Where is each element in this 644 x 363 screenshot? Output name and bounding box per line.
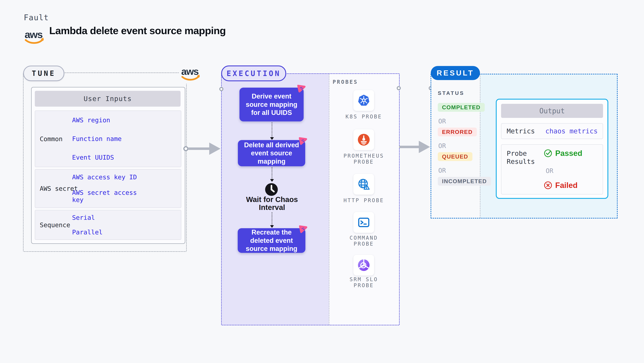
arrow-execution-to-result-icon <box>398 139 431 155</box>
k8s-probe-card <box>354 90 374 111</box>
http-globe-icon <box>357 178 370 191</box>
prometheus-icon <box>357 133 370 146</box>
input-link-secret-access-key[interactable]: AWS secret access key <box>72 189 142 204</box>
failed-label: Failed <box>555 181 578 190</box>
probe-label: SRM SLO PROBE <box>342 276 386 288</box>
step-label: Delete all derived event source mapping <box>240 141 303 165</box>
probe-label: K8S PROBE <box>342 114 386 120</box>
metrics-label: Metrics <box>507 127 545 135</box>
table-row-common: Common AWS region Function name Event UU… <box>35 111 181 167</box>
pin-icon <box>298 225 308 235</box>
step-derive-event-source-mapping: Derive event source mapping for all UUID… <box>240 88 304 121</box>
passed-result: Passed <box>544 149 582 158</box>
clock-icon <box>264 183 278 197</box>
table-row-sequence: Sequence Serial Parallel <box>35 210 181 240</box>
input-link-aws-region[interactable]: AWS region <box>72 117 146 124</box>
terminal-icon <box>357 216 370 229</box>
flow-arrowhead-icon <box>270 137 274 140</box>
execution-badge: EXECUTION <box>221 66 286 81</box>
srm-slo-probe-card <box>354 255 374 275</box>
flow-connector <box>272 123 272 137</box>
step-label: Recreate the deleted event source mappin… <box>240 228 303 253</box>
status-badge-queued: QUEUED <box>438 152 472 161</box>
passed-label: Passed <box>555 149 582 158</box>
probe-results-row: Probe Results Passed OR Failed <box>501 144 603 194</box>
status-title: STATUS <box>438 90 464 96</box>
input-link-serial[interactable]: Serial <box>72 214 146 221</box>
connector-dot <box>396 86 401 91</box>
prometheus-probe-card <box>354 129 374 150</box>
step-label: Derive event source mapping for all UUID… <box>242 92 301 117</box>
tune-badge: TUNE <box>23 66 64 81</box>
probe-results-label: Probe Results <box>507 150 544 166</box>
row-values: Serial Parallel <box>72 210 146 239</box>
row-label: Common <box>40 111 62 167</box>
row-values: AWS region Function name Event UUIDS <box>72 111 146 167</box>
arrow-tune-to-execution-icon <box>183 141 222 157</box>
check-circle-icon <box>544 149 552 158</box>
pin-icon <box>296 84 306 94</box>
flow-connector <box>272 167 272 179</box>
output-header: Output <box>501 104 603 118</box>
status-badge-completed: COMPLETED <box>438 103 485 112</box>
or-separator: OR <box>546 167 553 174</box>
step-delete-event-source-mapping: Delete all derived event source mapping <box>238 140 305 166</box>
row-label: Sequence <box>40 210 70 239</box>
metrics-row: Metrics chaos metrics <box>501 123 603 139</box>
step-recreate-event-source-mapping: Recreate the deleted event source mappin… <box>238 228 306 253</box>
table-row-aws-secret: AWS secret AWS access key ID AWS secret … <box>35 169 181 208</box>
status-badge-incompleted: INCOMPLETED <box>438 177 491 186</box>
probe-label: PROMETHEUS PROBE <box>342 153 386 165</box>
failed-result: Failed <box>544 181 578 190</box>
svg-text:aws: aws <box>181 66 198 77</box>
command-probe-card <box>354 212 374 233</box>
or-separator: OR <box>438 118 446 125</box>
wait-for-chaos-interval-label: Wait for Chaos Interval <box>246 196 298 211</box>
or-separator: OR <box>438 142 446 149</box>
input-link-access-key-id[interactable]: AWS access key ID <box>72 173 142 181</box>
input-link-event-uuids[interactable]: Event UUIDS <box>72 154 146 161</box>
aws-logo-icon: aws <box>24 28 45 46</box>
status-badge-errored: ERRORED <box>438 128 477 136</box>
or-separator: OR <box>438 167 446 174</box>
pin-icon <box>298 137 308 146</box>
input-link-parallel[interactable]: Parallel <box>72 229 146 236</box>
result-badge: RESULT <box>431 66 480 80</box>
input-link-function-name[interactable]: Function name <box>72 135 146 142</box>
svg-text:aws: aws <box>24 29 42 40</box>
chaos-metrics-link[interactable]: chaos metrics <box>545 127 598 135</box>
probe-label: COMMAND PROBE <box>342 235 386 247</box>
probe-label: HTTP PROBE <box>342 197 386 203</box>
fault-kicker: Fault <box>24 13 49 22</box>
x-circle-icon <box>544 181 552 190</box>
flow-connector <box>272 212 272 225</box>
row-values: AWS access key ID AWS secret access key <box>72 169 142 208</box>
probes-title: PROBES <box>333 79 358 85</box>
user-inputs-header: User Inputs <box>35 91 180 107</box>
kubernetes-icon <box>357 94 370 107</box>
aws-logo-icon: aws <box>179 63 202 84</box>
flow-arrowhead-icon <box>270 225 274 228</box>
page-title: Lambda delete event source mapping <box>49 25 226 37</box>
connector-dot <box>219 87 224 92</box>
flow-arrowhead-icon <box>270 179 274 182</box>
http-probe-card <box>354 174 374 195</box>
srm-slo-icon <box>357 258 370 272</box>
